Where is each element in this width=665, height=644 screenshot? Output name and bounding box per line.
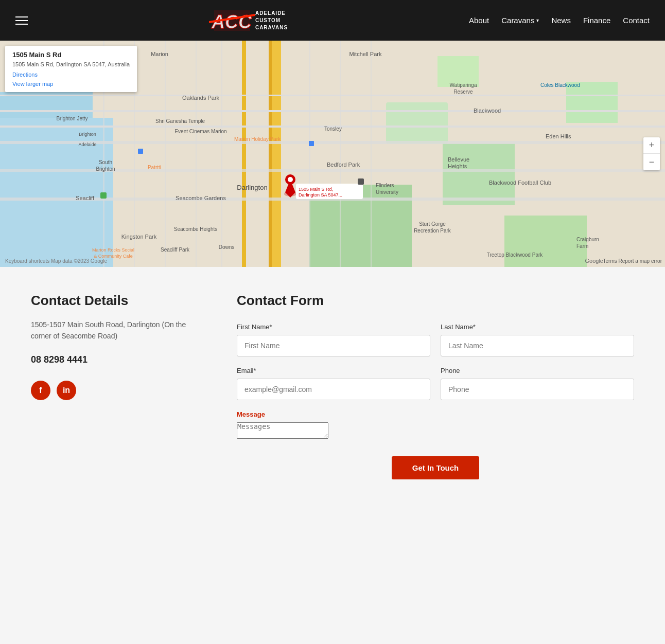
svg-text:Bellevue: Bellevue (448, 156, 469, 163)
email-input[interactable] (237, 379, 430, 400)
svg-text:Treetop Blackwood Park: Treetop Blackwood Park (487, 252, 544, 258)
svg-text:Shri Ganesha Temple: Shri Ganesha Temple (155, 118, 205, 124)
svg-text:Farm: Farm (576, 243, 588, 249)
svg-text:Downs: Downs (219, 244, 235, 250)
svg-text:Bedford Park: Bedford Park (327, 162, 360, 168)
svg-text:Marion Holiday Park: Marion Holiday Park (234, 136, 281, 142)
svg-text:Darlington SA 5047...: Darlington SA 5047... (299, 192, 342, 198)
svg-text:Watiparinga: Watiparinga (450, 82, 477, 88)
hamburger-menu[interactable] (15, 16, 28, 25)
map-larger-link[interactable]: View larger map (12, 81, 130, 87)
first-name-group: First Name* (237, 323, 430, 356)
svg-text:Patrtti: Patrtti (148, 165, 161, 170)
map-address-line: 1505 Main S Rd, Darlington SA 5047, Aust… (12, 61, 130, 68)
map-terms: Terms Report a map error (603, 258, 662, 264)
svg-text:Brighton: Brighton (96, 166, 115, 172)
message-textarea[interactable] (237, 422, 328, 439)
phone-input[interactable] (441, 379, 634, 400)
svg-text:Blackwood: Blackwood (474, 108, 501, 114)
svg-text:Sturt Gorge: Sturt Gorge (419, 221, 446, 227)
header: ACC ACC ADELAIDE CUSTOM CARAVANS About C… (0, 0, 665, 41)
svg-text:Brighton: Brighton (79, 132, 96, 137)
contact-address: 1505-1507 Main South Road, Darlington (O… (31, 319, 196, 342)
email-label: Email* (237, 367, 430, 374)
svg-text:Oaklands Park: Oaklands Park (182, 95, 220, 101)
contact-details-section: Contact Details 1505-1507 Main South Roa… (31, 293, 196, 479)
email-phone-row: Email* Phone (237, 367, 634, 400)
svg-rect-80 (100, 192, 107, 199)
svg-rect-24 (165, 41, 166, 267)
svg-rect-15 (242, 41, 246, 267)
svg-text:Flinders: Flinders (376, 183, 394, 188)
map-zoom-in[interactable]: + (643, 137, 660, 154)
message-label: Message (237, 410, 634, 418)
instagram-icon[interactable]: in (57, 381, 76, 400)
last-name-label: Last Name* (441, 323, 634, 331)
nav-contact[interactable]: Contact (623, 16, 650, 25)
phone-label: Phone (441, 367, 634, 374)
nav-caravans-link[interactable]: Caravans (501, 16, 534, 25)
svg-text:Brighton Jetty: Brighton Jetty (56, 116, 87, 121)
phone-group: Phone (441, 367, 634, 400)
nav-caravans[interactable]: Caravans ▾ (501, 16, 539, 25)
svg-rect-28 (340, 41, 341, 267)
nav-news[interactable]: News (551, 16, 571, 25)
last-name-input[interactable] (441, 335, 634, 356)
svg-rect-29 (371, 41, 372, 267)
svg-rect-14 (269, 41, 272, 267)
svg-text:Seacliff Park: Seacliff Park (161, 247, 190, 253)
map-data-attribution: Keyboard shortcuts Map data ©2023 Google (5, 258, 107, 264)
facebook-icon[interactable]: f (31, 381, 50, 400)
logo-text: ADELAIDE CUSTOM CARAVANS (255, 10, 288, 31)
map-zoom-out[interactable]: − (643, 154, 660, 170)
social-icons: f in (31, 381, 196, 400)
message-group: Message (237, 410, 634, 441)
nav-finance[interactable]: Finance (583, 16, 610, 25)
svg-text:Blackwood Football Club: Blackwood Football Club (489, 180, 551, 186)
svg-rect-6 (0, 118, 113, 267)
svg-text:Coles Blackwood: Coles Blackwood (540, 82, 580, 88)
svg-text:Craigburn: Craigburn (576, 237, 599, 242)
nav-about[interactable]: About (469, 16, 489, 25)
svg-text:Seacombe Gardens: Seacombe Gardens (176, 195, 226, 201)
svg-rect-81 (358, 178, 364, 185)
svg-text:Recreation Park: Recreation Park (414, 228, 451, 234)
svg-text:Mitchell Park: Mitchell Park (349, 51, 382, 57)
contact-details-heading: Contact Details (31, 293, 196, 309)
svg-text:Event Cinemas Marion: Event Cinemas Marion (174, 129, 226, 134)
submit-button[interactable]: Get In Touch (392, 456, 480, 479)
svg-text:Kingston Park: Kingston Park (121, 234, 157, 240)
svg-rect-8 (443, 144, 515, 205)
map-address-title: 1505 Main S Rd (12, 51, 130, 59)
svg-text:1505 Main S Rd,: 1505 Main S Rd, (299, 187, 333, 192)
contact-phone: 08 8298 4441 (31, 354, 196, 365)
first-name-input[interactable] (237, 335, 430, 356)
svg-rect-27 (309, 41, 310, 267)
map-section: Mitchell Park Marion Oaklands Park Brigh… (0, 41, 665, 267)
svg-rect-10 (504, 216, 587, 267)
svg-rect-11 (566, 82, 618, 123)
main-content: Contact Details 1505-1507 Main South Roa… (0, 267, 665, 510)
contact-form-heading: Contact Form (237, 293, 634, 309)
logo[interactable]: ACC ACC ADELAIDE CUSTOM CARAVANS (209, 8, 288, 33)
map-zoom-controls: + − (643, 137, 660, 170)
svg-rect-72 (309, 141, 314, 146)
svg-rect-7 (386, 102, 448, 144)
map-background: Mitchell Park Marion Oaklands Park Brigh… (0, 41, 665, 267)
svg-text:Seacombe Heights: Seacombe Heights (174, 226, 218, 232)
svg-rect-21 (0, 95, 665, 96)
name-row: First Name* Last Name* (237, 323, 634, 356)
svg-rect-16 (0, 141, 665, 144)
svg-rect-20 (0, 110, 665, 112)
svg-rect-69 (138, 149, 143, 154)
last-name-group: Last Name* (441, 323, 634, 356)
svg-text:Eden Hills: Eden Hills (546, 133, 571, 139)
map-directions-link[interactable]: Directions (12, 71, 130, 78)
logo-svg: ACC ACC (209, 8, 255, 33)
svg-text:Heights: Heights (448, 163, 467, 169)
svg-rect-13 (272, 41, 281, 267)
main-nav: About Caravans ▾ News Finance Contact (469, 16, 650, 25)
svg-text:South: South (99, 159, 112, 165)
caravans-dropdown-icon: ▾ (536, 17, 539, 23)
svg-text:Adelaide: Adelaide (78, 142, 96, 147)
